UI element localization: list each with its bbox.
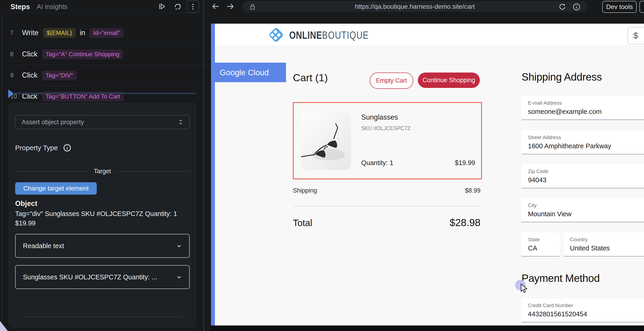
reload-icon xyxy=(558,3,567,11)
boutique-logo-text: ONLINEBOUTIQUE xyxy=(289,29,369,41)
total-label: Total xyxy=(293,218,312,228)
shipping-label: Shipping xyxy=(293,187,317,194)
currency-symbol: $ xyxy=(634,31,638,41)
object-heading: Object xyxy=(15,199,37,208)
product-name: Sunglasses xyxy=(361,113,398,121)
assertion-type-value: Assert object property xyxy=(22,118,84,126)
shipping-cost-row: Shipping $8.99 xyxy=(293,187,480,194)
chevron-down-icon xyxy=(176,242,183,249)
total-row: Total $28.98 xyxy=(293,217,480,228)
viewport-bottom-strip xyxy=(211,325,644,331)
redo-icon xyxy=(173,2,182,11)
sunglasses-image xyxy=(301,111,351,170)
step-connector: in xyxy=(80,29,85,37)
product-sku: SKU #OLJCESPC7Z xyxy=(361,125,410,132)
step-action: Click xyxy=(22,71,38,79)
current-step-line xyxy=(14,93,196,94)
expected-value-dropdown[interactable]: Sunglasses SKU #OLJCESPC7Z Quantity: ... xyxy=(15,265,190,289)
field-value: 94043 xyxy=(528,176,546,184)
tab-ai-insights[interactable]: AI insights xyxy=(37,3,68,11)
step-action: Click xyxy=(22,50,38,58)
back-arrow-icon xyxy=(211,2,220,11)
toolbar-extra-button[interactable] xyxy=(640,1,644,13)
reload-button[interactable] xyxy=(557,2,568,12)
empty-cart-button[interactable]: Empty Cart xyxy=(370,73,413,89)
property-type-row: Property Type xyxy=(15,143,72,152)
selector-chip[interactable]: Tag="A" Continue Shopping xyxy=(42,49,123,59)
summary-divider xyxy=(293,206,480,207)
object-description: Tag="div" Sunglasses SKU #OLJCESPC7Z Qua… xyxy=(15,209,187,228)
email-field[interactable]: E-mail Address someone@example.com xyxy=(522,96,644,120)
forward-arrow-icon xyxy=(226,2,235,11)
mouse-cursor-icon xyxy=(520,283,529,293)
target-section-divider: Target xyxy=(15,168,190,175)
panel-left-edge xyxy=(2,13,2,331)
site-header: ONLINEBOUTIQUE $ xyxy=(215,24,644,47)
logo-text-light: BOUTIQUE xyxy=(322,29,369,41)
chevron-down-icon xyxy=(176,273,183,281)
state-field[interactable]: State CA xyxy=(522,232,560,257)
field-label: Credit Card Number xyxy=(528,302,573,308)
country-field[interactable]: Country United States xyxy=(564,232,644,257)
site-logo[interactable]: ONLINEBOUTIQUE xyxy=(267,26,391,44)
field-value: United States xyxy=(570,244,610,252)
field-label: E-mail Address xyxy=(528,100,562,106)
shipping-value: $8.99 xyxy=(465,187,480,194)
resume-run-button[interactable] xyxy=(157,2,167,12)
dev-tools-button[interactable]: Dev tools xyxy=(602,1,637,13)
variable-chip[interactable]: ${EMAIL} xyxy=(43,28,76,38)
google-cloud-label: Google Cloud xyxy=(220,68,269,77)
field-label: Country xyxy=(570,237,588,243)
selector-chip[interactable]: Id="email" xyxy=(90,28,124,38)
play-icon xyxy=(157,2,166,11)
assertion-type-select[interactable]: Assert object property xyxy=(15,115,190,129)
city-field[interactable]: City Mountain View xyxy=(522,198,644,222)
field-value: 4432801561520454 xyxy=(528,310,587,318)
property-dropdown[interactable]: Readable text xyxy=(15,234,190,258)
info-icon xyxy=(572,3,581,11)
continue-shopping-button[interactable]: Continue Shopping xyxy=(418,73,480,88)
pane-splitter[interactable] xyxy=(204,0,204,331)
field-value: 1600 Amphitheatre Parkway xyxy=(528,142,611,150)
property-dropdown-value: Readable text xyxy=(23,242,64,250)
change-target-element-button[interactable]: Change target element xyxy=(15,182,97,195)
panel-divider xyxy=(22,316,182,317)
field-label: Zip Code xyxy=(528,168,548,174)
field-label: Street Address xyxy=(528,135,561,140)
page-info-button[interactable] xyxy=(572,2,582,12)
rerun-button[interactable] xyxy=(172,2,182,12)
field-value: CA xyxy=(528,244,537,252)
cart-item-highlighted[interactable]: Sunglasses SKU #OLJCESPC7Z Quantity: 1 $… xyxy=(293,102,482,179)
street-address-field[interactable]: Street Address 1600 Amphitheatre Parkway xyxy=(522,130,644,154)
target-label: Target xyxy=(94,168,111,175)
url-text: https://qa.boutique.harness-demo.site/ca… xyxy=(242,3,588,10)
field-label: State xyxy=(528,237,540,243)
expected-value-dropdown-value: Sunglasses SKU #OLJCESPC7Z Quantity: ... xyxy=(23,273,157,281)
url-bar[interactable]: https://qa.boutique.harness-demo.site/ca… xyxy=(242,1,588,12)
tab-steps[interactable]: Steps xyxy=(10,3,30,11)
assertion-editor-panel: Assert object property Property Type Tar… xyxy=(9,103,196,327)
total-value: $28.98 xyxy=(450,217,480,228)
credit-card-number-field[interactable]: Credit Card Number 4432801561520454 xyxy=(522,298,644,322)
step-number: 8 xyxy=(10,51,22,58)
google-cloud-ribbon: Google Cloud xyxy=(211,63,286,82)
selector-chip[interactable]: Tag="DIV" xyxy=(42,71,76,80)
more-options-button[interactable] xyxy=(187,1,199,13)
field-value: Mountain View xyxy=(528,210,572,218)
step-number: 9 xyxy=(10,72,22,79)
step-number: 7 xyxy=(10,29,22,37)
currency-selector[interactable]: $ xyxy=(628,27,644,45)
zip-code-field[interactable]: Zip Code 94043 xyxy=(522,164,644,188)
info-circle-icon[interactable] xyxy=(63,143,72,152)
select-chevrons-icon xyxy=(177,119,184,126)
app-window: Steps AI insights xyxy=(0,0,644,331)
browser-forward-button[interactable] xyxy=(225,2,235,12)
browser-viewport: ONLINEBOUTIQUE $ Google Cloud Cart (1) E… xyxy=(211,24,644,325)
step-action: Write xyxy=(22,29,38,37)
field-value: someone@example.com xyxy=(528,108,602,115)
product-quantity: Quantity: 1 xyxy=(361,159,393,167)
browser-back-button[interactable] xyxy=(210,2,221,12)
kebab-icon xyxy=(189,3,197,11)
field-label: City xyxy=(528,202,537,208)
product-price: $19.99 xyxy=(455,159,475,167)
